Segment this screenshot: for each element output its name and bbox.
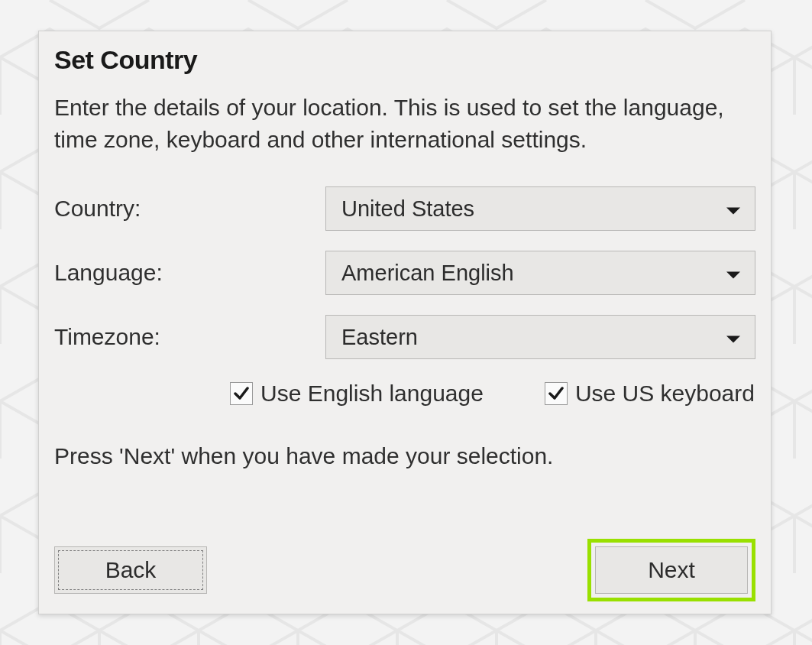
chevron-down-icon	[726, 261, 741, 286]
checkbox-row: Use English language Use US keyboard	[54, 381, 755, 407]
chevron-down-icon	[726, 196, 741, 222]
next-button-highlight: Next	[587, 539, 755, 601]
timezone-value: Eastern	[341, 325, 418, 350]
language-dropdown[interactable]: American English	[325, 251, 755, 295]
use-us-keyboard-checkbox[interactable]: Use US keyboard	[545, 381, 755, 407]
help-text: Press 'Next' when you have made your sel…	[54, 440, 755, 472]
button-row: Back Next	[54, 539, 755, 601]
form-grid: Country: United States Language: America…	[54, 186, 755, 359]
country-value: United States	[341, 196, 474, 222]
timezone-dropdown[interactable]: Eastern	[325, 315, 755, 359]
use-us-keyboard-label: Use US keyboard	[575, 381, 755, 407]
checkmark-icon	[232, 384, 251, 403]
back-button[interactable]: Back	[54, 546, 207, 594]
country-dropdown[interactable]: United States	[325, 186, 755, 231]
dialog-description: Enter the details of your location. This…	[54, 92, 755, 156]
next-button[interactable]: Next	[595, 546, 748, 594]
use-english-checkbox[interactable]: Use English language	[230, 381, 484, 407]
chevron-down-icon	[726, 325, 741, 350]
checkbox-box	[230, 382, 253, 405]
spacer	[54, 472, 755, 531]
dialog-title: Set Country	[54, 45, 755, 75]
checkbox-box	[545, 382, 568, 405]
country-label: Country:	[54, 196, 325, 222]
set-country-dialog: Set Country Enter the details of your lo…	[38, 31, 772, 614]
language-label: Language:	[54, 260, 325, 286]
checkmark-icon	[547, 384, 565, 403]
use-english-label: Use English language	[260, 381, 484, 407]
timezone-label: Timezone:	[54, 324, 325, 350]
language-value: American English	[341, 261, 514, 286]
